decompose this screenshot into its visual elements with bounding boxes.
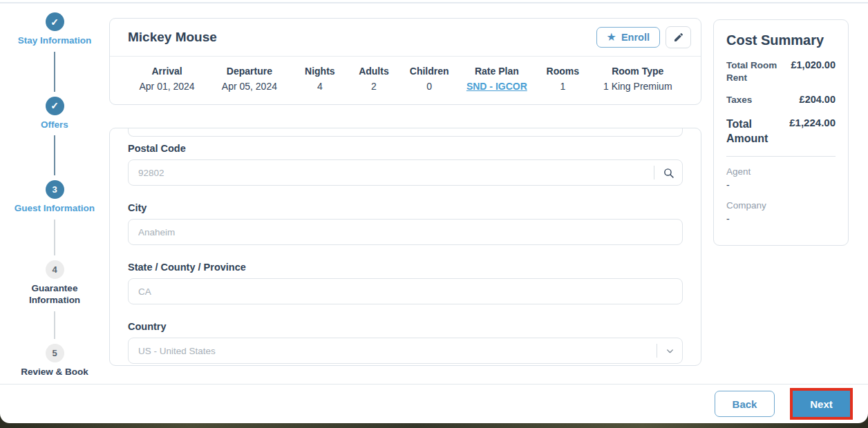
annotation-highlight-box: Next	[790, 388, 853, 420]
postal-code-label: Postal Code	[128, 143, 683, 154]
chevron-down-icon	[666, 347, 674, 356]
search-icon	[663, 167, 674, 179]
check-icon: ✓	[50, 17, 59, 28]
star-icon: ★	[607, 32, 616, 43]
agent-value: -	[726, 179, 836, 191]
detail-departure: Departure Apr 05, 2024	[207, 66, 291, 92]
company-value: -	[726, 213, 836, 224]
summary-divider	[726, 156, 836, 157]
taxes-row: Taxes £204.00	[726, 94, 836, 106]
step-complete-circle: ✓	[46, 12, 64, 31]
stepper-step-offers[interactable]: ✓ Offers	[14, 97, 95, 131]
detail-rooms: Rooms 1	[534, 66, 591, 92]
step-label: Offers	[14, 119, 95, 131]
city-label: City	[128, 202, 683, 213]
step-complete-circle: ✓	[46, 97, 64, 115]
postal-code-search-button[interactable]	[663, 167, 674, 179]
guest-information-form-card: Postal Code City State / County / Provin…	[109, 128, 701, 366]
detail-room-type: Room Type 1 King Premium	[592, 66, 685, 92]
cost-summary-title: Cost Summary	[726, 32, 836, 48]
step-label: Review & Book	[14, 366, 95, 378]
detail-adults: Adults 2	[348, 66, 399, 92]
back-button[interactable]: Back	[715, 391, 775, 417]
stepper-step-stay-information[interactable]: ✓ Stay Information	[14, 12, 95, 47]
step-number-circle: 3	[46, 180, 64, 199]
agent-label: Agent	[726, 166, 836, 177]
footer-divider	[0, 384, 868, 385]
booking-stepper: ✓ Stay Information ✓ Offers 3 Guest Info…	[0, 12, 109, 378]
step-label: Guest Information	[14, 202, 95, 215]
check-icon: ✓	[50, 100, 59, 111]
step-label: Guarantee Information	[14, 282, 95, 307]
reservation-details-row: Arrival Apr 01, 2024 Departure Apr 05, 2…	[110, 57, 701, 104]
enroll-button-label: Enroll	[621, 32, 650, 43]
state-county-province-label: State / County / Province	[128, 262, 683, 273]
stepper-connector	[54, 135, 55, 175]
step-label: Stay Information	[14, 35, 95, 47]
guest-name: Mickey Mouse	[128, 30, 596, 45]
main-sheet: ✓ Stay Information ✓ Offers 3 Guest Info…	[0, 0, 868, 423]
total-room-rent-row: Total Room Rent £1,020.00	[726, 59, 836, 84]
stepper-step-review-book[interactable]: 5 Review & Book	[14, 344, 95, 378]
country-dropdown-button[interactable]	[666, 347, 674, 356]
input-divider	[657, 344, 657, 358]
country-label: Country	[128, 321, 683, 332]
detail-arrival: Arrival Apr 01, 2024	[126, 66, 207, 92]
state-input[interactable]	[128, 278, 683, 304]
next-button[interactable]: Next	[793, 391, 850, 417]
detail-children: Children 0	[399, 66, 460, 92]
detail-rate-plan: Rate Plan SND - IGCOR	[460, 66, 534, 92]
input-divider	[654, 166, 654, 179]
stepper-connector	[54, 220, 55, 255]
rate-plan-link[interactable]: SND - IGCOR	[466, 81, 527, 92]
step-number-circle: 5	[46, 344, 64, 362]
enroll-button[interactable]: ★ Enroll	[596, 27, 660, 48]
stepper-step-guest-information[interactable]: 3 Guest Information	[14, 180, 95, 215]
stepper-connector	[54, 311, 55, 339]
stepper-connector	[54, 52, 55, 92]
step-number-circle: 4	[46, 260, 64, 279]
guest-reservation-card: Mickey Mouse ★ Enroll Arrival Apr 01, 20…	[109, 18, 701, 105]
total-amount-row: Total Amount £1,224.00	[726, 117, 836, 146]
company-label: Company	[726, 200, 836, 211]
edit-guest-button[interactable]	[666, 26, 691, 48]
country-select[interactable]	[128, 338, 683, 364]
top-divider	[0, 2, 868, 3]
postal-code-input[interactable]	[128, 159, 683, 186]
cost-summary-card: Cost Summary Total Room Rent £1,020.00 T…	[713, 19, 849, 246]
scrolled-partial-input	[128, 128, 683, 137]
stepper-step-guarantee-information[interactable]: 4 Guarantee Information	[14, 260, 95, 307]
pencil-icon	[673, 32, 684, 43]
city-input[interactable]	[128, 219, 683, 245]
detail-nights: Nights 4	[292, 66, 348, 92]
